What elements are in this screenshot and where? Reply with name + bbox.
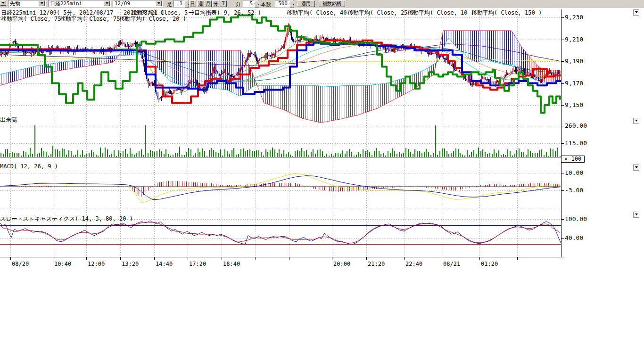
- candle-body: [323, 37, 324, 39]
- candle-body: [495, 83, 495, 83]
- volume-bar: [91, 150, 92, 157]
- legend-item: 移動平均( Close, 10 ): [407, 9, 474, 17]
- candle-body: [298, 40, 299, 41]
- candle-body: [459, 70, 460, 72]
- minute-label: 分: [236, 1, 241, 8]
- candle-body: [27, 52, 28, 53]
- bar-type-label: 足: [167, 1, 172, 8]
- candle-body: [272, 54, 273, 56]
- volume-panel-dropdown-button[interactable]: [633, 118, 639, 124]
- bar-count-spinner[interactable]: [289, 0, 294, 7]
- candle-body: [144, 65, 145, 70]
- chevron-down-icon: [635, 214, 638, 217]
- price-panel-dropdown-button[interactable]: [633, 9, 639, 16]
- candle-body: [488, 79, 489, 82]
- bar-interval-input[interactable]: 1: [173, 0, 184, 7]
- time-axis-label: 18:40: [223, 261, 240, 267]
- volume-bar: [473, 150, 474, 157]
- volume-bar: [220, 149, 221, 157]
- multi-symbol-button[interactable]: 複数銘柄: [319, 0, 345, 7]
- volume-bar: [358, 152, 359, 157]
- volume-bar: [503, 154, 504, 157]
- candle-body: [222, 74, 223, 74]
- candle-body: [398, 48, 399, 49]
- period-minute-button[interactable]: 分: [212, 0, 219, 7]
- volume-bar: [17, 153, 17, 157]
- volume-bar: [265, 149, 266, 157]
- volume-bar: [535, 153, 536, 157]
- bar-interval-spinner[interactable]: [184, 0, 189, 7]
- candle-body: [46, 51, 47, 52]
- candle-body: [29, 52, 30, 53]
- candle-body: [524, 71, 525, 72]
- period-month-button[interactable]: 月: [205, 0, 212, 7]
- candle-body: [281, 48, 282, 49]
- macd-panel-dropdown-button[interactable]: [633, 165, 639, 171]
- volume-bar: [218, 153, 219, 157]
- candle-body: [224, 71, 225, 72]
- period-day-button[interactable]: 日: [189, 0, 196, 7]
- chevron-down-icon[interactable]: [104, 1, 110, 6]
- volume-bar: [256, 150, 257, 157]
- candle-body: [256, 57, 257, 61]
- volume-bar: [182, 155, 182, 157]
- volume-bar: [383, 153, 384, 157]
- candle-body: [197, 83, 198, 84]
- symbol-combo[interactable]: 日経225mini: [48, 0, 111, 7]
- candle-body: [386, 49, 387, 49]
- volume-bar: [388, 151, 388, 157]
- volume-bar: [322, 151, 323, 157]
- volume-bar: [448, 154, 449, 157]
- candle-body: [240, 68, 241, 72]
- volume-bar: [462, 155, 463, 157]
- volume-bar: [331, 154, 332, 157]
- candle-body: [33, 52, 34, 52]
- volume-bar: [363, 149, 363, 157]
- volume-bar: [43, 151, 44, 157]
- candle-body: [7, 52, 8, 54]
- candle-body: [549, 72, 550, 72]
- contract-month-combo[interactable]: 12/09: [113, 0, 163, 7]
- volume-bar: [190, 149, 191, 157]
- volume-bar: [96, 155, 97, 157]
- legend-item: 移動平均( Close, 25 ): [347, 9, 414, 17]
- chevron-down-icon: [635, 166, 638, 170]
- candle-body: [182, 90, 182, 91]
- candle-body: [481, 78, 482, 80]
- bar-count-input[interactable]: 500: [275, 0, 289, 7]
- candle-body: [395, 48, 396, 49]
- candle-body: [249, 53, 250, 55]
- candle-body: [449, 62, 450, 65]
- volume-bar: [374, 151, 375, 157]
- candle-body: [241, 67, 242, 68]
- period-week-button[interactable]: 週: [197, 0, 204, 7]
- candle-body: [296, 41, 297, 41]
- period-tick-button[interactable]: T: [220, 0, 227, 7]
- edge-combo-dropdown-button[interactable]: [0, 0, 6, 6]
- candle-body: [179, 89, 180, 90]
- candle-body: [189, 82, 190, 83]
- instrument-type-combo[interactable]: 先物: [8, 0, 46, 7]
- stoch-panel-dropdown-button[interactable]: [633, 212, 639, 218]
- volume-bar: [148, 153, 149, 157]
- minute-value-input[interactable]: 5: [243, 0, 254, 7]
- candle-body: [242, 67, 243, 67]
- volume-bar: [111, 154, 112, 157]
- stoch-axis-label: 40.00: [565, 234, 583, 241]
- apply-button[interactable]: 適用: [297, 0, 315, 7]
- minute-spinner[interactable]: [254, 0, 259, 7]
- volume-bar: [403, 153, 404, 157]
- candle-body: [16, 43, 17, 44]
- volume-bar: [272, 148, 273, 157]
- candle-body: [152, 82, 153, 83]
- chevron-down-icon[interactable]: [156, 1, 162, 6]
- volume-bar: [428, 152, 429, 157]
- price-axis-label: 9,170: [565, 80, 583, 87]
- candle-body: [215, 66, 216, 71]
- candle-body: [41, 51, 42, 53]
- candle-body: [473, 83, 474, 85]
- volume-bar: [175, 153, 176, 157]
- volume-bar: [145, 125, 146, 157]
- candle-body: [278, 50, 279, 51]
- chevron-down-icon[interactable]: [39, 1, 45, 6]
